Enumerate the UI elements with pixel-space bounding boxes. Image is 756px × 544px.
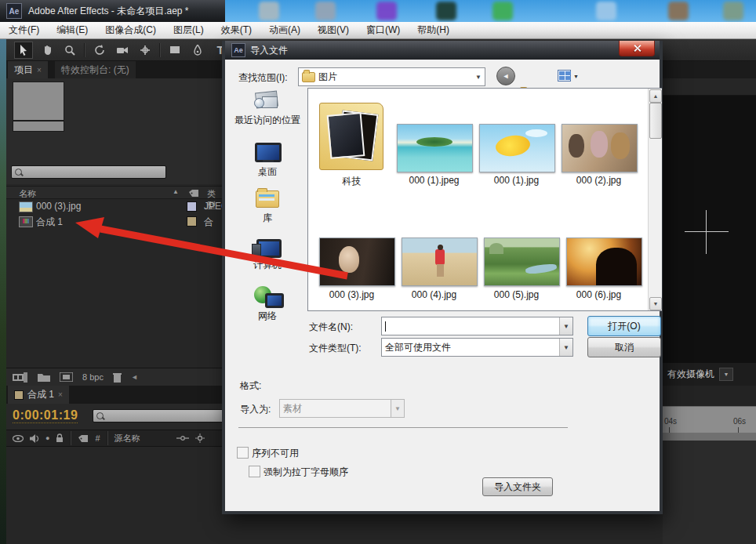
chevron-down-icon[interactable]: ▼ xyxy=(472,68,485,85)
parent-pickwhip-icon[interactable] xyxy=(176,434,189,442)
timeline-search-input[interactable] xyxy=(93,409,227,423)
new-folder-icon[interactable] xyxy=(38,372,50,382)
collapse-panel-icon[interactable]: ◄ xyxy=(131,373,138,381)
file-thumbnail[interactable] xyxy=(479,124,555,172)
label-column-icon[interactable] xyxy=(78,434,89,443)
menu-item-file[interactable]: 文件(F) xyxy=(0,22,48,38)
sequence-checkbox[interactable] xyxy=(237,447,249,459)
alphabetical-checkbox[interactable] xyxy=(249,466,260,477)
scroll-up-icon[interactable]: ▲ xyxy=(649,89,662,103)
tab-effect-controls[interactable]: 特效控制台: (无) xyxy=(55,61,136,78)
menu-item-effect[interactable]: 效果(T) xyxy=(213,22,260,38)
video-visibility-eye-icon[interactable] xyxy=(13,435,24,442)
file-name[interactable]: 000 (1).jpeg xyxy=(397,175,471,186)
scrollbar-thumb[interactable] xyxy=(649,103,662,139)
menu-item-view[interactable]: 视图(V) xyxy=(309,22,358,38)
file-thumbnail[interactable] xyxy=(319,238,395,286)
new-composition-icon[interactable] xyxy=(60,372,73,382)
dialog-close-button[interactable] xyxy=(619,41,655,56)
filetype-combobox[interactable]: 全部可使用文件 ▼ xyxy=(381,338,573,357)
sort-ascending-icon[interactable]: ▲ xyxy=(173,188,179,195)
sidebar-item-desktop[interactable]: 桌面 xyxy=(234,165,301,179)
source-name-column[interactable]: 源名称 xyxy=(114,433,140,444)
project-row-comp[interactable]: 合成 1 合成 xyxy=(6,214,222,229)
menu-item-window[interactable]: 窗口(W) xyxy=(358,22,409,38)
views-menu-button[interactable] xyxy=(558,70,571,82)
tab-project[interactable]: 项目 × xyxy=(8,61,48,78)
project-row-jpg[interactable]: 000 (3).jpg JPEG xyxy=(6,199,222,214)
back-button[interactable]: ◄ xyxy=(496,67,515,85)
sidebar-item-network[interactable]: 网络 xyxy=(234,310,301,323)
chevron-down-icon[interactable]: ▼ xyxy=(559,317,572,335)
chevron-down-icon[interactable]: ▼ xyxy=(391,400,404,417)
project-columns-header[interactable]: 名称 ▲ 类型 xyxy=(6,186,222,199)
lookin-combobox[interactable]: 图片 ▼ xyxy=(298,67,485,86)
bit-depth-label[interactable]: 8 bpc xyxy=(82,372,104,382)
zoom-tool-icon[interactable] xyxy=(61,42,78,58)
menu-item-layer[interactable]: 图层(L) xyxy=(165,22,213,38)
interpret-footage-icon[interactable] xyxy=(13,372,28,383)
sidebar-item-computer[interactable]: 计算机 xyxy=(234,259,301,272)
time-ruler[interactable]: 04s 06s xyxy=(663,406,756,433)
file-thumbnail[interactable] xyxy=(402,238,478,286)
label-color-swatch[interactable] xyxy=(187,201,197,212)
views-dropdown-icon[interactable]: ▼ xyxy=(573,74,579,79)
timeline-track-area[interactable] xyxy=(6,447,222,544)
file-thumbnail[interactable] xyxy=(397,124,473,172)
label-color-swatch[interactable] xyxy=(187,216,197,227)
pan-behind-tool-icon[interactable] xyxy=(136,42,154,58)
camera-view-dropdown-icon[interactable]: ▼ xyxy=(719,368,733,381)
file-name[interactable]: 000 (6).jpg xyxy=(562,289,636,300)
file-name[interactable]: 000 (4).jpg xyxy=(397,289,471,300)
file-thumbnail[interactable] xyxy=(566,238,642,286)
label-column-icon[interactable] xyxy=(188,189,199,198)
solo-icon[interactable]: ● xyxy=(45,434,49,442)
composition-viewer[interactable] xyxy=(663,96,756,362)
lock-icon[interactable] xyxy=(56,433,64,443)
import-as-combobox[interactable]: 素材 ▼ xyxy=(279,399,405,418)
sidebar-item-recent-places[interactable]: 最近访问的位置 xyxy=(234,114,301,127)
hand-tool-icon[interactable] xyxy=(38,42,56,58)
dialog-titlebar[interactable]: Ae 导入文件 xyxy=(225,41,660,60)
menu-item-animation[interactable]: 动画(A) xyxy=(260,22,309,38)
project-search-input[interactable] xyxy=(11,165,166,179)
tab-close-icon[interactable]: × xyxy=(58,390,63,399)
project-thumbnail-preview xyxy=(13,82,64,121)
chevron-down-icon[interactable]: ▼ xyxy=(559,339,572,356)
filename-combobox[interactable]: ▼ xyxy=(381,317,573,335)
menu-item-edit[interactable]: 编辑(E) xyxy=(48,22,96,38)
audio-speaker-icon[interactable] xyxy=(30,434,39,443)
rotate-tool-icon[interactable] xyxy=(91,42,108,58)
file-name[interactable]: 000 (5).jpg xyxy=(479,289,554,300)
layer-number-column[interactable]: # xyxy=(95,433,100,443)
menu-item-help[interactable]: 帮助(H) xyxy=(409,22,458,38)
pen-tool-icon[interactable] xyxy=(189,42,206,58)
cancel-button[interactable]: 取消 xyxy=(587,337,661,357)
timeline-switches-icon[interactable] xyxy=(195,433,205,443)
camera-tool-icon[interactable] xyxy=(114,42,131,58)
menu-item-composition[interactable]: 图像合成(C) xyxy=(96,22,165,38)
file-name[interactable]: 000 (2).jpg xyxy=(562,175,636,186)
camera-view-select[interactable]: 有效摄像机 xyxy=(667,368,714,381)
desktop-shortcut-icon xyxy=(723,2,743,20)
file-folder-tech[interactable] xyxy=(319,98,385,170)
selection-tool-icon[interactable] xyxy=(14,42,33,59)
open-button[interactable]: 打开(O) xyxy=(587,316,661,336)
file-name[interactable]: 000 (3).jpg xyxy=(314,289,389,300)
timeline-header: 0:00:01:19 xyxy=(6,404,222,430)
scroll-down-icon[interactable]: ▼ xyxy=(649,297,662,310)
current-timecode[interactable]: 0:00:01:19 xyxy=(13,408,78,423)
file-thumbnail[interactable] xyxy=(562,124,638,172)
tab-close-icon[interactable]: × xyxy=(37,66,42,74)
file-name[interactable]: 000 (1).jpg xyxy=(479,175,554,186)
shape-tool-icon[interactable] xyxy=(166,42,184,58)
file-thumbnail[interactable] xyxy=(484,238,560,286)
file-name[interactable]: 科技 xyxy=(314,175,389,188)
import-folder-button[interactable]: 导入文件夹 xyxy=(482,477,553,496)
trash-icon[interactable] xyxy=(113,372,122,383)
file-list-scrollbar[interactable]: ▲ ▼ xyxy=(648,89,662,310)
work-area-bar[interactable] xyxy=(663,433,756,441)
sidebar-item-libraries[interactable]: 库 xyxy=(234,212,301,225)
column-name-header[interactable]: 名称 xyxy=(19,188,36,200)
tab-comp-timeline[interactable]: 合成 1 × xyxy=(8,386,69,404)
